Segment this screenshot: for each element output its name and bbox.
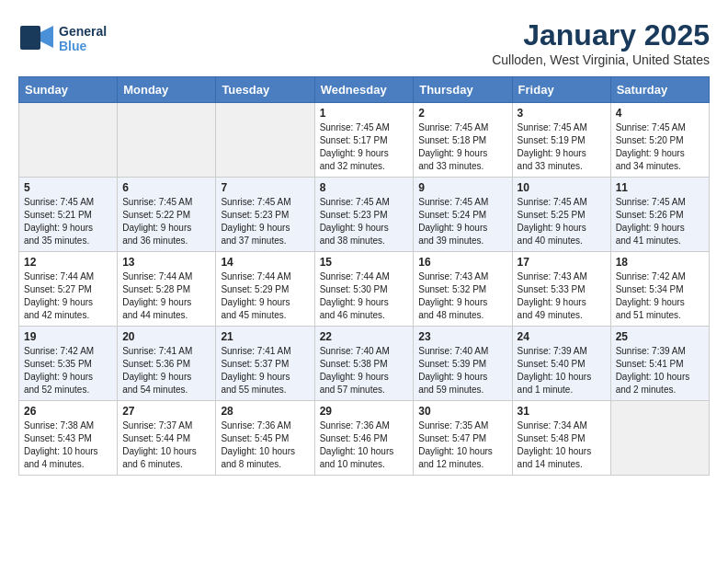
day-info: Sunrise: 7:44 AM Sunset: 5:29 PM Dayligh… — [221, 270, 309, 322]
day-number: 30 — [418, 405, 506, 418]
calendar-cell: 22Sunrise: 7:40 AM Sunset: 5:38 PM Dayli… — [314, 327, 414, 401]
day-info: Sunrise: 7:36 AM Sunset: 5:46 PM Dayligh… — [320, 419, 409, 471]
calendar-cell: 2Sunrise: 7:45 AM Sunset: 5:18 PM Daylig… — [414, 103, 512, 178]
day-number: 6 — [122, 181, 210, 194]
day-number: 12 — [24, 256, 112, 269]
day-number: 18 — [616, 256, 704, 269]
day-info: Sunrise: 7:44 AM Sunset: 5:27 PM Dayligh… — [24, 270, 112, 322]
calendar-cell: 23Sunrise: 7:40 AM Sunset: 5:39 PM Dayli… — [414, 327, 512, 401]
day-info: Sunrise: 7:43 AM Sunset: 5:32 PM Dayligh… — [418, 270, 506, 322]
weekday-header-thursday: Thursday — [414, 77, 512, 103]
day-info: Sunrise: 7:45 AM Sunset: 5:24 PM Dayligh… — [418, 196, 506, 247]
day-number: 19 — [24, 330, 112, 343]
calendar-cell: 28Sunrise: 7:36 AM Sunset: 5:45 PM Dayli… — [216, 401, 314, 476]
day-number: 26 — [24, 405, 112, 418]
day-number: 15 — [320, 256, 409, 269]
day-number: 2 — [418, 107, 506, 120]
calendar-cell: 8Sunrise: 7:45 AM Sunset: 5:23 PM Daylig… — [314, 178, 414, 252]
calendar-cell — [118, 103, 216, 178]
calendar-cell: 14Sunrise: 7:44 AM Sunset: 5:29 PM Dayli… — [216, 252, 314, 327]
logo-icon — [18, 18, 55, 55]
day-info: Sunrise: 7:40 AM Sunset: 5:39 PM Dayligh… — [418, 345, 506, 396]
day-number: 21 — [221, 330, 309, 343]
title-area: January 2025 Culloden, West Virginia, Un… — [492, 18, 710, 67]
day-number: 31 — [518, 405, 606, 418]
calendar-cell: 30Sunrise: 7:35 AM Sunset: 5:47 PM Dayli… — [414, 401, 512, 476]
day-info: Sunrise: 7:45 AM Sunset: 5:20 PM Dayligh… — [616, 121, 704, 173]
day-info: Sunrise: 7:39 AM Sunset: 5:41 PM Dayligh… — [616, 345, 704, 396]
calendar-cell: 11Sunrise: 7:45 AM Sunset: 5:26 PM Dayli… — [610, 178, 709, 252]
calendar-week-row: 26Sunrise: 7:38 AM Sunset: 5:43 PM Dayli… — [19, 401, 710, 476]
calendar-cell: 3Sunrise: 7:45 AM Sunset: 5:19 PM Daylig… — [512, 103, 610, 178]
calendar-cell — [610, 401, 709, 476]
day-number: 4 — [616, 107, 704, 120]
day-number: 24 — [518, 330, 606, 343]
day-info: Sunrise: 7:45 AM Sunset: 5:19 PM Dayligh… — [518, 121, 606, 173]
calendar-cell: 25Sunrise: 7:39 AM Sunset: 5:41 PM Dayli… — [610, 327, 709, 401]
day-info: Sunrise: 7:35 AM Sunset: 5:47 PM Dayligh… — [418, 419, 506, 471]
weekday-header-row: SundayMondayTuesdayWednesdayThursdayFrid… — [19, 77, 710, 103]
day-info: Sunrise: 7:37 AM Sunset: 5:44 PM Dayligh… — [122, 419, 210, 471]
day-number: 20 — [122, 330, 210, 343]
day-number: 23 — [418, 330, 506, 343]
logo-general-text: General — [59, 24, 107, 39]
calendar-cell: 7Sunrise: 7:45 AM Sunset: 5:23 PM Daylig… — [216, 178, 314, 252]
day-number: 5 — [24, 181, 112, 194]
day-info: Sunrise: 7:45 AM Sunset: 5:26 PM Dayligh… — [616, 196, 704, 247]
calendar-table: SundayMondayTuesdayWednesdayThursdayFrid… — [18, 76, 710, 476]
day-number: 13 — [122, 256, 210, 269]
day-number: 10 — [518, 181, 606, 194]
weekday-header-wednesday: Wednesday — [314, 77, 414, 103]
day-info: Sunrise: 7:43 AM Sunset: 5:33 PM Dayligh… — [518, 270, 606, 322]
calendar-cell: 21Sunrise: 7:41 AM Sunset: 5:37 PM Dayli… — [216, 327, 314, 401]
day-info: Sunrise: 7:34 AM Sunset: 5:48 PM Dayligh… — [518, 419, 606, 471]
day-info: Sunrise: 7:40 AM Sunset: 5:38 PM Dayligh… — [320, 345, 409, 396]
calendar-cell: 24Sunrise: 7:39 AM Sunset: 5:40 PM Dayli… — [512, 327, 610, 401]
calendar-cell: 19Sunrise: 7:42 AM Sunset: 5:35 PM Dayli… — [19, 327, 118, 401]
day-info: Sunrise: 7:45 AM Sunset: 5:17 PM Dayligh… — [320, 121, 409, 173]
day-info: Sunrise: 7:38 AM Sunset: 5:43 PM Dayligh… — [24, 419, 112, 471]
day-info: Sunrise: 7:45 AM Sunset: 5:18 PM Dayligh… — [418, 121, 506, 173]
calendar-cell: 5Sunrise: 7:45 AM Sunset: 5:21 PM Daylig… — [19, 178, 118, 252]
day-info: Sunrise: 7:41 AM Sunset: 5:37 PM Dayligh… — [221, 345, 309, 396]
calendar-cell — [216, 103, 314, 178]
weekday-header-tuesday: Tuesday — [216, 77, 314, 103]
day-info: Sunrise: 7:45 AM Sunset: 5:25 PM Dayligh… — [518, 196, 606, 247]
calendar-week-row: 12Sunrise: 7:44 AM Sunset: 5:27 PM Dayli… — [19, 252, 710, 327]
calendar-week-row: 1Sunrise: 7:45 AM Sunset: 5:17 PM Daylig… — [19, 103, 710, 178]
day-number: 7 — [221, 181, 309, 194]
svg-rect-0 — [20, 26, 40, 50]
day-number: 28 — [221, 405, 309, 418]
calendar-cell — [19, 103, 118, 178]
calendar-cell: 18Sunrise: 7:42 AM Sunset: 5:34 PM Dayli… — [610, 252, 709, 327]
day-info: Sunrise: 7:42 AM Sunset: 5:35 PM Dayligh… — [24, 345, 112, 396]
day-number: 22 — [320, 330, 409, 343]
calendar-cell: 26Sunrise: 7:38 AM Sunset: 5:43 PM Dayli… — [19, 401, 118, 476]
weekday-header-saturday: Saturday — [610, 77, 709, 103]
day-info: Sunrise: 7:45 AM Sunset: 5:21 PM Dayligh… — [24, 196, 112, 247]
day-info: Sunrise: 7:42 AM Sunset: 5:34 PM Dayligh… — [616, 270, 704, 322]
calendar-cell: 4Sunrise: 7:45 AM Sunset: 5:20 PM Daylig… — [610, 103, 709, 178]
day-number: 17 — [518, 256, 606, 269]
day-number: 1 — [320, 107, 409, 120]
day-number: 3 — [518, 107, 606, 120]
weekday-header-friday: Friday — [512, 77, 610, 103]
day-number: 8 — [320, 181, 409, 194]
calendar-cell: 29Sunrise: 7:36 AM Sunset: 5:46 PM Dayli… — [314, 401, 414, 476]
calendar-cell: 17Sunrise: 7:43 AM Sunset: 5:33 PM Dayli… — [512, 252, 610, 327]
calendar-cell: 6Sunrise: 7:45 AM Sunset: 5:22 PM Daylig… — [118, 178, 216, 252]
weekday-header-monday: Monday — [118, 77, 216, 103]
day-info: Sunrise: 7:45 AM Sunset: 5:23 PM Dayligh… — [320, 196, 409, 247]
day-info: Sunrise: 7:44 AM Sunset: 5:30 PM Dayligh… — [320, 270, 409, 322]
calendar-cell: 20Sunrise: 7:41 AM Sunset: 5:36 PM Dayli… — [118, 327, 216, 401]
day-number: 14 — [221, 256, 309, 269]
calendar-cell: 16Sunrise: 7:43 AM Sunset: 5:32 PM Dayli… — [414, 252, 512, 327]
day-info: Sunrise: 7:39 AM Sunset: 5:40 PM Dayligh… — [518, 345, 606, 396]
calendar-week-row: 5Sunrise: 7:45 AM Sunset: 5:21 PM Daylig… — [19, 178, 710, 252]
calendar-cell: 1Sunrise: 7:45 AM Sunset: 5:17 PM Daylig… — [314, 103, 414, 178]
day-info: Sunrise: 7:36 AM Sunset: 5:45 PM Dayligh… — [221, 419, 309, 471]
day-number: 11 — [616, 181, 704, 194]
logo: General Blue — [18, 18, 107, 59]
calendar-cell: 9Sunrise: 7:45 AM Sunset: 5:24 PM Daylig… — [414, 178, 512, 252]
calendar-cell: 13Sunrise: 7:44 AM Sunset: 5:28 PM Dayli… — [118, 252, 216, 327]
